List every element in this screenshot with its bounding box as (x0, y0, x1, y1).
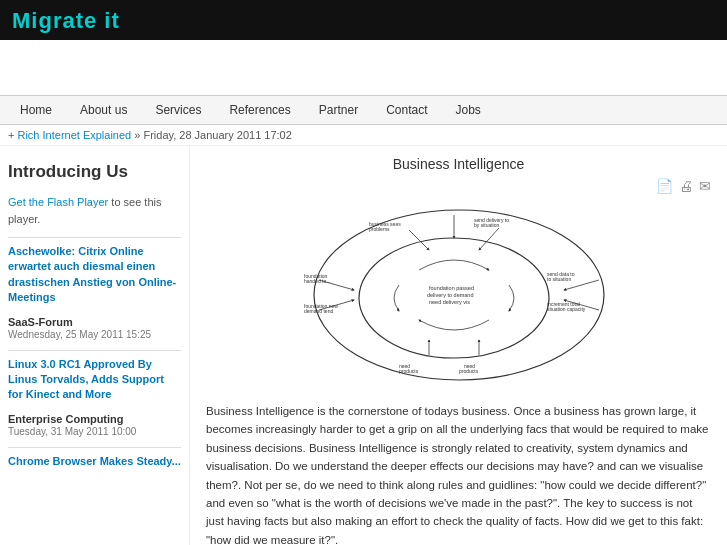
news-item-5: Chrome Browser Makes Steady... (8, 454, 181, 469)
main-layout: Introducing Us Get the Flash Player to s… (0, 146, 727, 545)
news-title-1[interactable]: Aschewolke: Citrix Online erwartet auch … (8, 244, 181, 306)
business-intelligence-diagram: business sees problems send delivery to … (206, 200, 711, 390)
svg-text:products: products (399, 368, 419, 374)
svg-point-1 (359, 238, 549, 358)
news-title-5[interactable]: Chrome Browser Makes Steady... (8, 454, 181, 469)
flash-player-link[interactable]: Get the Flash Player (8, 196, 108, 208)
article-title: Business Intelligence (206, 156, 711, 172)
nav-item-services: Services (141, 96, 215, 124)
pdf-icon[interactable]: 📄 (656, 178, 673, 194)
svg-text:situation capacity: situation capacity (547, 306, 586, 312)
svg-text:foundation passed: foundation passed (429, 285, 474, 291)
news-category-2: SaaS-Forum (8, 316, 181, 328)
svg-text:delivery to demand: delivery to demand (427, 292, 473, 298)
nav-item-home: Home (6, 96, 66, 124)
sidebar-divider-3 (8, 447, 181, 448)
nav-link-home[interactable]: Home (6, 96, 66, 124)
news-category-4: Enterprise Computing (8, 413, 181, 425)
svg-text:to situation: to situation (547, 276, 571, 282)
nav-item-partner: Partner (305, 96, 372, 124)
svg-line-3 (479, 228, 499, 250)
header: Migrate it (0, 0, 727, 40)
title-black: Migrate (12, 8, 97, 33)
nav-item-contact: Contact (372, 96, 441, 124)
nav-list: HomeAbout usServicesReferencesPartnerCon… (0, 96, 727, 124)
title-cyan: it (97, 8, 120, 33)
content-area: Business Intelligence 📄 🖨 ✉ (190, 146, 727, 545)
article-body: Business Intelligence is the cornerstone… (206, 402, 711, 545)
site-title: Migrate it (12, 8, 715, 34)
nav-link-jobs[interactable]: Jobs (442, 96, 495, 124)
breadcrumb: + Rich Internet Explained » Friday, 28 J… (0, 125, 727, 146)
svg-text:problems: problems (369, 226, 390, 232)
svg-text:products: products (459, 368, 479, 374)
nav-link-about-us[interactable]: About us (66, 96, 141, 124)
svg-text:by situation: by situation (474, 222, 500, 228)
breadcrumb-date: Friday, 28 January 2011 17:02 (143, 129, 291, 141)
svg-text:need delivery vis: need delivery vis (429, 299, 470, 305)
email-icon[interactable]: ✉ (699, 178, 711, 194)
sidebar: Introducing Us Get the Flash Player to s… (0, 146, 190, 545)
news-title-3[interactable]: Linux 3.0 RC1 Approved By Linus Torvalds… (8, 357, 181, 403)
svg-text:demand tend: demand tend (304, 308, 333, 314)
news-date-4: Tuesday, 31 May 2011 10:00 (8, 426, 181, 437)
banner-area (0, 40, 727, 95)
news-item-2: SaaS-Forum Wednesday, 25 May 2011 15:25 (8, 316, 181, 340)
nav-item-jobs: Jobs (442, 96, 495, 124)
nav-link-references[interactable]: References (215, 96, 304, 124)
news-item-4: Enterprise Computing Tuesday, 31 May 201… (8, 413, 181, 437)
nav-link-services[interactable]: Services (141, 96, 215, 124)
news-item-3: Linux 3.0 RC1 Approved By Linus Torvalds… (8, 357, 181, 403)
sidebar-divider-1 (8, 237, 181, 238)
diagram-svg: business sees problems send delivery to … (299, 200, 619, 390)
nav-item-about-us: About us (66, 96, 141, 124)
flash-player-section: Get the Flash Player to see this player. (8, 194, 181, 227)
print-icon[interactable]: 🖨 (679, 178, 693, 194)
news-date-2: Wednesday, 25 May 2011 15:25 (8, 329, 181, 340)
breadcrumb-separator: » (131, 129, 143, 141)
nav: HomeAbout usServicesReferencesPartnerCon… (0, 95, 727, 125)
nav-link-partner[interactable]: Partner (305, 96, 372, 124)
svg-text:handed to...: handed to... (304, 278, 330, 284)
breadcrumb-link[interactable]: Rich Internet Explained (17, 129, 131, 141)
article-action-icons: 📄 🖨 ✉ (206, 178, 711, 194)
sidebar-title: Introducing Us (8, 162, 181, 182)
nav-item-references: References (215, 96, 304, 124)
nav-link-contact[interactable]: Contact (372, 96, 441, 124)
sidebar-divider-2 (8, 350, 181, 351)
news-item-1: Aschewolke: Citrix Online erwartet auch … (8, 244, 181, 306)
